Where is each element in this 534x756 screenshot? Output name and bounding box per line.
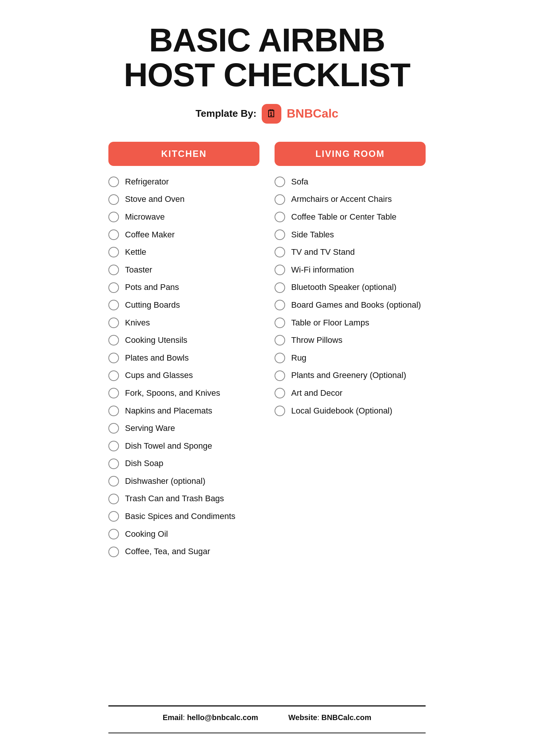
kitchen-item: Dish Towel and Sponge xyxy=(108,441,259,452)
living-room-item: Local Guidebook (Optional) xyxy=(275,406,426,417)
checkbox-circle[interactable] xyxy=(108,265,119,275)
item-label: Trash Can and Trash Bags xyxy=(125,493,224,504)
living-room-header: LIVING ROOM xyxy=(275,142,426,166)
kitchen-item: Trash Can and Trash Bags xyxy=(108,493,259,504)
item-label: Dish Soap xyxy=(125,458,164,469)
checkbox-circle[interactable] xyxy=(108,529,119,539)
kitchen-item: Coffee, Tea, and Sugar xyxy=(108,546,259,557)
template-label: Template By: xyxy=(196,108,256,119)
template-by-section: Template By: 🗓 BNBCalc xyxy=(196,104,338,124)
living-room-item: Rug xyxy=(275,353,426,364)
living-room-item: Bluetooth Speaker (optional) xyxy=(275,282,426,293)
checkbox-circle[interactable] xyxy=(108,547,119,557)
kitchen-column: KITCHEN RefrigeratorStove and OvenMicrow… xyxy=(108,142,259,564)
item-label: Toaster xyxy=(125,265,152,276)
checkbox-circle[interactable] xyxy=(275,265,285,275)
item-label: Rug xyxy=(291,353,306,364)
brand-icon: 🗓 xyxy=(262,104,281,124)
item-label: Bluetooth Speaker (optional) xyxy=(291,282,397,293)
footer: Email: hello@bnbcalc.com Website: BNBCal… xyxy=(108,694,426,733)
footer-website: Website: BNBCalc.com xyxy=(289,713,372,722)
checkbox-circle[interactable] xyxy=(108,423,119,434)
item-label: Sofa xyxy=(291,177,308,187)
checkbox-circle[interactable] xyxy=(275,282,285,293)
page: BASIC AIRBNB HOST CHECKLIST Template By:… xyxy=(78,0,456,756)
checkbox-circle[interactable] xyxy=(108,476,119,486)
living-room-item: Throw Pillows xyxy=(275,335,426,346)
living-room-item: Side Tables xyxy=(275,229,426,240)
checkbox-circle[interactable] xyxy=(108,406,119,416)
checkbox-circle[interactable] xyxy=(275,300,285,310)
kitchen-header: KITCHEN xyxy=(108,142,259,166)
footer-bottom-divider xyxy=(108,733,426,734)
checkbox-circle[interactable] xyxy=(108,212,119,222)
item-label: Dishwasher (optional) xyxy=(125,476,205,487)
item-label: Stove and Oven xyxy=(125,194,185,205)
checkbox-circle[interactable] xyxy=(108,229,119,240)
footer-email: Email: hello@bnbcalc.com xyxy=(163,713,258,722)
checkbox-circle[interactable] xyxy=(275,318,285,328)
item-label: TV and TV Stand xyxy=(291,247,355,258)
page-title: BASIC AIRBNB HOST CHECKLIST xyxy=(124,23,410,93)
item-label: Fork, Spoons, and Knives xyxy=(125,388,220,399)
checkbox-circle[interactable] xyxy=(108,177,119,187)
checkbox-circle[interactable] xyxy=(108,300,119,310)
item-label: Plants and Greenery (Optional) xyxy=(291,370,406,381)
checklist-columns: KITCHEN RefrigeratorStove and OvenMicrow… xyxy=(108,142,426,564)
checkbox-circle[interactable] xyxy=(108,318,119,328)
checkbox-circle[interactable] xyxy=(275,194,285,205)
kitchen-item: Cups and Glasses xyxy=(108,370,259,381)
checkbox-circle[interactable] xyxy=(275,388,285,398)
item-label: Knives xyxy=(125,318,150,328)
kitchen-item: Kettle xyxy=(108,247,259,258)
checkbox-circle[interactable] xyxy=(275,406,285,416)
item-label: Cups and Glasses xyxy=(125,370,193,381)
checkbox-circle[interactable] xyxy=(108,353,119,363)
item-label: Coffee Table or Center Table xyxy=(291,212,397,223)
living-room-item: Table or Floor Lamps xyxy=(275,318,426,328)
living-room-item: Art and Decor xyxy=(275,388,426,399)
kitchen-item: Toaster xyxy=(108,265,259,276)
checkbox-circle[interactable] xyxy=(275,335,285,345)
kitchen-checklist: RefrigeratorStove and OvenMicrowaveCoffe… xyxy=(108,177,259,557)
checkbox-circle[interactable] xyxy=(275,229,285,240)
living-room-item: Plants and Greenery (Optional) xyxy=(275,370,426,381)
checkbox-circle[interactable] xyxy=(275,212,285,222)
checkbox-circle[interactable] xyxy=(108,511,119,522)
item-label: Dish Towel and Sponge xyxy=(125,441,212,452)
brand-name: BNBCalc xyxy=(287,107,338,121)
checkbox-circle[interactable] xyxy=(275,177,285,187)
kitchen-item: Fork, Spoons, and Knives xyxy=(108,388,259,399)
kitchen-item: Napkins and Placemats xyxy=(108,406,259,417)
kitchen-item: Knives xyxy=(108,318,259,328)
kitchen-item: Dishwasher (optional) xyxy=(108,476,259,487)
checkbox-circle[interactable] xyxy=(108,494,119,504)
checkbox-circle[interactable] xyxy=(108,282,119,293)
checkbox-circle[interactable] xyxy=(108,370,119,381)
website-value: BNBCalc.com xyxy=(321,713,371,722)
living-room-checklist: SofaArmchairs or Accent ChairsCoffee Tab… xyxy=(275,177,426,416)
item-label: Refrigerator xyxy=(125,177,169,187)
kitchen-item: Cutting Boards xyxy=(108,300,259,311)
checkbox-circle[interactable] xyxy=(108,459,119,469)
title-line2: HOST CHECKLIST xyxy=(124,56,410,93)
living-room-item: Wi-Fi information xyxy=(275,265,426,276)
checkbox-circle[interactable] xyxy=(108,441,119,451)
checkbox-circle[interactable] xyxy=(108,247,119,257)
kitchen-item: Basic Spices and Condiments xyxy=(108,511,259,522)
checkbox-circle[interactable] xyxy=(275,247,285,257)
checkbox-circle[interactable] xyxy=(108,194,119,205)
checkbox-circle[interactable] xyxy=(108,388,119,398)
living-room-item: Armchairs or Accent Chairs xyxy=(275,194,426,205)
living-room-item: Sofa xyxy=(275,177,426,187)
kitchen-item: Serving Ware xyxy=(108,423,259,434)
item-label: Board Games and Books (optional) xyxy=(291,300,421,311)
website-label: Website xyxy=(289,713,317,722)
checkbox-circle[interactable] xyxy=(275,370,285,381)
checkbox-circle[interactable] xyxy=(108,335,119,345)
living-room-item: Coffee Table or Center Table xyxy=(275,212,426,223)
item-label: Art and Decor xyxy=(291,388,343,399)
brand-prefix: BNB xyxy=(287,107,313,120)
checkbox-circle[interactable] xyxy=(275,353,285,363)
item-label: Pots and Pans xyxy=(125,282,179,293)
